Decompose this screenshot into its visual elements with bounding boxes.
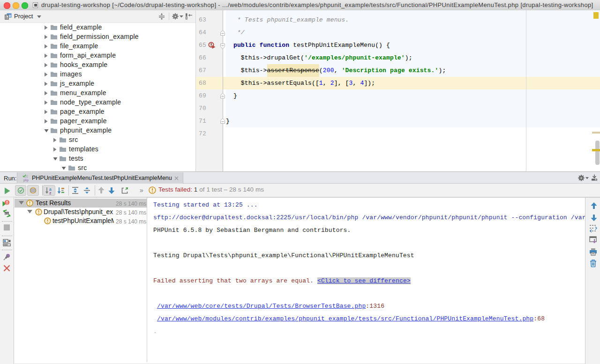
svg-text:php: php (23, 178, 29, 182)
svg-text:z: z (49, 191, 52, 194)
